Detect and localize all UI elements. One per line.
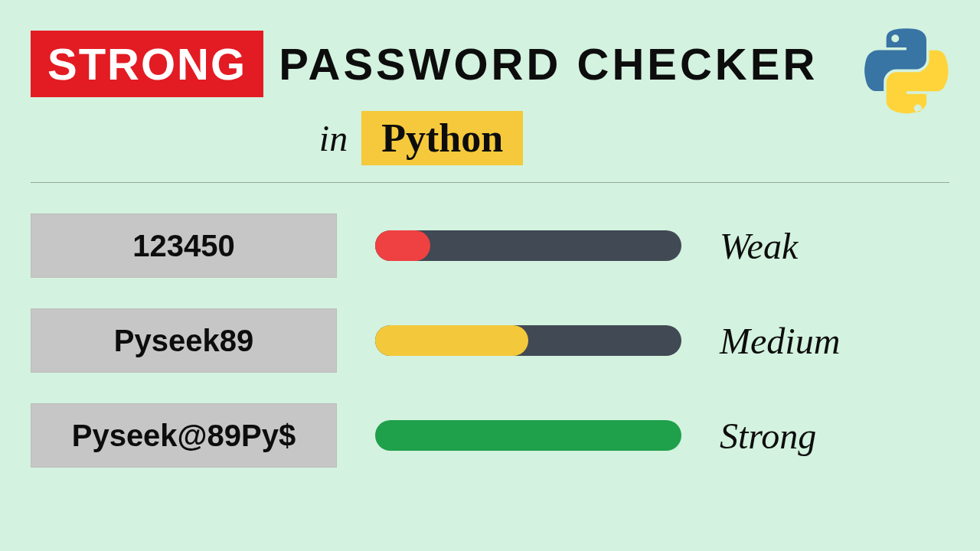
password-rows: 123450 Weak Pyseek89 Medium Pyseek@89Py$… — [0, 183, 980, 468]
strong-badge: STRONG — [31, 31, 263, 97]
python-logo-icon — [861, 28, 952, 119]
strength-label: Strong — [720, 415, 873, 457]
title-rest: PASSWORD CHECKER — [279, 38, 818, 90]
strength-bar-fill — [375, 420, 681, 451]
strength-bar — [375, 420, 681, 451]
password-box: 123450 — [31, 214, 337, 278]
subheader: in Python — [0, 111, 980, 165]
strength-bar — [375, 325, 681, 356]
password-box: Pyseek@89Py$ — [31, 403, 337, 468]
strength-bar-fill — [375, 325, 528, 356]
strength-label: Weak — [720, 225, 873, 267]
python-badge: Python — [361, 111, 523, 165]
password-row: 123450 Weak — [31, 214, 949, 278]
password-box: Pyseek89 — [31, 308, 337, 373]
strength-bar-fill — [375, 230, 430, 261]
header: STRONG PASSWORD CHECKER — [0, 0, 980, 97]
strength-bar — [375, 230, 681, 261]
strength-label: Medium — [720, 320, 873, 362]
in-label: in — [319, 117, 348, 159]
password-row: Pyseek89 Medium — [31, 308, 949, 373]
password-row: Pyseek@89Py$ Strong — [31, 403, 949, 468]
